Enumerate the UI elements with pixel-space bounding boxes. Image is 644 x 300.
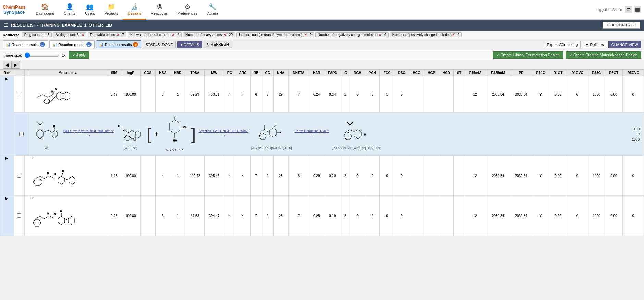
create-lib-button[interactable]: ✓ Create Library Enumeration Design	[493, 51, 563, 59]
filter-neg-charge[interactable]: Number of negatively charged moieties: ×…	[315, 32, 389, 37]
svg-line-19	[40, 123, 43, 125]
design-page-button[interactable]: ✦ DESIGN PAGE	[603, 22, 640, 29]
tab-reaction-results-2[interactable]: 📊 Reaction results 2	[49, 40, 95, 48]
exports-button[interactable]: Exports/Clustering	[544, 41, 581, 48]
cell-r5gvc-3: 0	[622, 156, 644, 196]
user-btn-2[interactable]: ⬛	[634, 6, 641, 13]
col-nheta[interactable]: NHETA	[288, 70, 309, 76]
rxn1-name[interactable]: Basic_hydrolys_to_acid_mild_Rxn72	[63, 129, 114, 133]
cell-rc-3: 4	[224, 156, 235, 196]
table-row: ▶ Bn O O	[0, 156, 644, 196]
cell-st	[454, 76, 464, 113]
tab-reaction-results-1[interactable]: 📊 Reaction results 1	[3, 40, 48, 48]
nav-arrows: ◀ ▶	[0, 60, 644, 70]
col-st[interactable]: ST	[454, 70, 464, 76]
filter-ar-ring[interactable]: Ar ring count: 3 - ×	[53, 32, 86, 37]
filter-ring-count[interactable]: Ring count: 4 - 5	[22, 32, 52, 37]
nav-clients[interactable]: 👤 Clients	[59, 0, 80, 20]
col-p25mm[interactable]: P$25mM	[486, 70, 510, 76]
nav-users[interactable]: 👥 Users	[80, 0, 100, 20]
cell-nha-4: 28	[273, 196, 288, 236]
svg-line-22	[49, 130, 52, 133]
apply-button[interactable]: ✓ Apply	[69, 51, 89, 59]
col-logp[interactable]: logP	[121, 70, 140, 76]
w3s72-svg: O O	[117, 118, 144, 146]
nav-admin[interactable]: 🔧 Admin	[202, 0, 222, 20]
change-view-button[interactable]: CHANGE VIEW	[608, 41, 641, 48]
col-hcc[interactable]: HCC	[409, 70, 424, 76]
col-hcp[interactable]: HCP	[424, 70, 439, 76]
col-sim[interactable]: SIM	[107, 70, 121, 76]
col-har[interactable]: HAR	[309, 70, 324, 76]
logo: ChemPass SynSpace	[3, 4, 25, 15]
cell-pch-3: 0	[365, 156, 380, 196]
expand-icon-4[interactable]: ▶	[5, 196, 8, 200]
expand-icon[interactable]: ▶	[5, 77, 8, 81]
image-size-slider[interactable]	[25, 52, 59, 58]
col-hcd[interactable]: HCD	[439, 70, 454, 76]
cell-r1gt-4: 0.00	[549, 196, 567, 236]
cell-sim-3: 1.43	[107, 156, 121, 196]
col-r5gvc[interactable]: R5GVC	[622, 70, 644, 76]
scroll-left-button[interactable]: ◀	[3, 61, 11, 69]
row-checkbox[interactable]	[17, 92, 21, 96]
col-rc[interactable]: RC	[224, 70, 235, 76]
cell-checkbox[interactable]	[14, 76, 24, 113]
col-tpsa[interactable]: TPSA	[185, 70, 205, 76]
cell-checkbox-3[interactable]	[14, 156, 24, 196]
nav-preferences[interactable]: ⚙ Preferences	[172, 0, 202, 20]
col-r5g[interactable]: R$5G	[588, 70, 605, 76]
col-cc[interactable]: CC	[262, 70, 273, 76]
col-r5gt[interactable]: R5GT	[605, 70, 622, 76]
tab-reaction-results-3[interactable]: 📊 Reaction results 3	[96, 40, 141, 48]
col-dsc[interactable]: DSC	[394, 70, 409, 76]
rxn-r5gt: 0	[637, 132, 640, 136]
col-pr[interactable]: PR	[510, 70, 532, 76]
status-button[interactable]: STATUS: DONE	[143, 41, 176, 48]
details-button[interactable]: ● DETAILS	[177, 41, 202, 48]
row-checkbox-4[interactable]	[17, 213, 21, 218]
nav-designs[interactable]: 🔬 Designs	[123, 0, 146, 20]
filter-isomer[interactable]: Isomer count(cis/trans/asymmetric atoms)…	[236, 32, 314, 37]
cell-checkbox-4[interactable]	[14, 196, 24, 236]
col-r1g[interactable]: R$1G	[532, 70, 549, 76]
expand-icon-3[interactable]: ▶	[5, 156, 8, 160]
col-fgc[interactable]: FGC	[380, 70, 394, 76]
col-nha[interactable]: NHA	[273, 70, 288, 76]
filter-tetrahedral[interactable]: Known tetrahedral centers: × - 2	[128, 32, 182, 37]
refresh-button[interactable]: ↻ REFRESH	[204, 41, 232, 48]
svg-text:N: N	[62, 170, 64, 172]
nav-dashboard[interactable]: 🏠 Dashboard	[31, 0, 59, 20]
col-rb[interactable]: RB	[251, 70, 262, 76]
svg-line-14	[40, 136, 44, 139]
col-mw[interactable]: MW	[205, 70, 224, 76]
rxn3-name[interactable]: Deoxofluorination_Rxn69	[294, 129, 329, 133]
col-nch[interactable]: NCH	[350, 70, 365, 76]
col-hbd[interactable]: HBD	[170, 70, 185, 76]
user-btn-1[interactable]: ☰	[625, 6, 632, 13]
nav-reactions[interactable]: ⚗ Reactions	[146, 0, 172, 20]
col-r1gt[interactable]: R1GT	[549, 70, 567, 76]
col-ic[interactable]: IC	[341, 70, 350, 76]
filter-rot-bonds[interactable]: Rotatable bonds: × - 7	[88, 32, 126, 37]
filter-pos-charge[interactable]: Number of positively charged moieties: ×…	[390, 32, 462, 37]
col-fsp3[interactable]: FSP3	[324, 70, 341, 76]
filter-heavy-atoms[interactable]: Number of heavy atoms: × - 29	[183, 32, 235, 37]
scroll-right-button[interactable]: ▶	[11, 61, 20, 69]
rxn2-name[interactable]: Acylation_HATU_NH/OH/SH_Rxn66	[199, 129, 248, 133]
create-sm-button[interactable]: ✓ Create Starting Material-based Design	[566, 51, 641, 59]
col-arc[interactable]: ARC	[235, 70, 251, 76]
svg-marker-32	[135, 131, 141, 138]
rxn-r5g: 0.00	[633, 127, 640, 131]
col-cos[interactable]: COS	[140, 70, 155, 76]
rxn-row-checkbox[interactable]	[19, 132, 24, 136]
refilters-button[interactable]: ▼ Refilters	[582, 41, 607, 48]
col-r1gvc[interactable]: R1GVC	[567, 70, 588, 76]
col-pch[interactable]: PCH	[365, 70, 380, 76]
cell-hcd-4	[439, 196, 454, 236]
cell-hcd-3	[439, 156, 454, 196]
row-checkbox-3[interactable]	[17, 173, 21, 178]
nav-projects[interactable]: 📁 Projects	[100, 0, 123, 20]
col-hba[interactable]: HBA	[155, 70, 170, 76]
col-p5mm[interactable]: P$5mM	[464, 70, 486, 76]
